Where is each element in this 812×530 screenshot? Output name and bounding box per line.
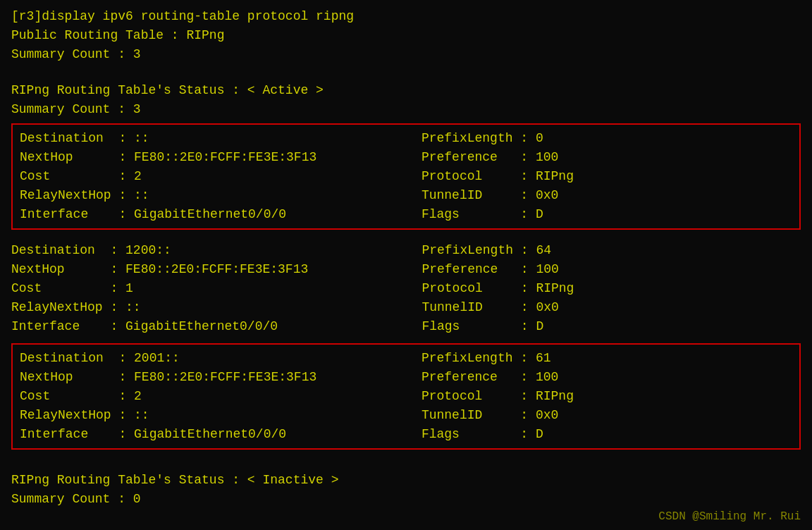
route3-flags: Flags : D	[422, 425, 792, 444]
route2-flags: Flags : D	[422, 317, 801, 336]
route1-preference: Preference : 100	[422, 148, 792, 167]
public-routing-table: Public Routing Table : RIPng	[11, 26, 801, 45]
route3-nexthop: NextHop : FE80::2E0:FCFF:FE3E:3F13	[20, 368, 422, 387]
route1-cost: Cost : 2	[20, 167, 422, 186]
route2-relaynexthop: RelayNextHop : ::	[11, 298, 422, 317]
active-summary-count: Summary Count : 3	[11, 100, 801, 119]
route3-relaynexthop: RelayNextHop : ::	[20, 406, 422, 425]
route2-prefixlength: PrefixLength : 64	[422, 241, 801, 260]
watermark: CSDN @Smiling Mr. Rui	[658, 510, 801, 523]
route1-destination: Destination : ::	[20, 129, 422, 148]
route2-tunnelid: TunnelID : 0x0	[422, 298, 801, 317]
route3-interface: Interface : GigabitEthernet0/0/0	[20, 425, 422, 444]
summary-count-top: Summary Count : 3	[11, 45, 801, 64]
inactive-summary-count: Summary Count : 0	[11, 490, 801, 509]
route1-prefixlength: PrefixLength : 0	[422, 129, 792, 148]
route2-nexthop: NextHop : FE80::2E0:FCFF:FE3E:3F13	[11, 260, 422, 279]
route2-protocol: Protocol : RIPng	[422, 279, 801, 298]
title-line: [r3]display ipv6 routing-table protocol …	[11, 7, 801, 26]
route1-nexthop: NextHop : FE80::2E0:FCFF:FE3E:3F13	[20, 148, 422, 167]
route-block-3: Destination : 2001:: PrefixLength : 61 N…	[11, 343, 801, 450]
route2-interface: Interface : GigabitEthernet0/0/0	[11, 317, 422, 336]
route2-preference: Preference : 100	[422, 260, 801, 279]
inactive-status-line: RIPng Routing Table's Status : < Inactiv…	[11, 471, 801, 490]
terminal-window: [r3]display ipv6 routing-table protocol …	[11, 7, 801, 509]
route3-cost: Cost : 2	[20, 387, 422, 406]
route1-interface: Interface : GigabitEthernet0/0/0	[20, 205, 422, 224]
route3-tunnelid: TunnelID : 0x0	[422, 406, 792, 425]
route1-flags: Flags : D	[422, 205, 792, 224]
route2-destination: Destination : 1200::	[11, 241, 422, 260]
route1-relaynexthop: RelayNextHop : ::	[20, 186, 422, 205]
route3-preference: Preference : 100	[422, 368, 792, 387]
route3-prefixlength: PrefixLength : 61	[422, 349, 792, 368]
active-status-line: RIPng Routing Table's Status : < Active …	[11, 81, 801, 100]
route3-destination: Destination : 2001::	[20, 349, 422, 368]
route1-tunnelid: TunnelID : 0x0	[422, 186, 792, 205]
route1-protocol: Protocol : RIPng	[422, 167, 792, 186]
route2-cost: Cost : 1	[11, 279, 422, 298]
route3-protocol: Protocol : RIPng	[422, 387, 792, 406]
route-block-1: Destination : :: PrefixLength : 0 NextHo…	[11, 123, 801, 230]
route-block-2: Destination : 1200:: PrefixLength : 64 N…	[11, 234, 801, 339]
